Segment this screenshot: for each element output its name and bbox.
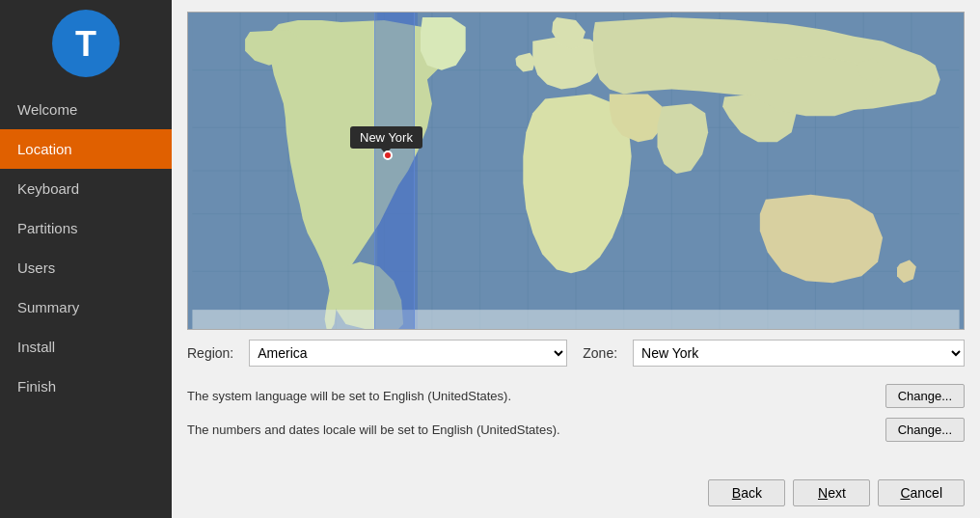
sidebar-item-users[interactable]: Users — [0, 248, 172, 287]
sidebar-item-install[interactable]: Install — [0, 327, 172, 367]
zone-label: Zone: — [583, 345, 617, 361]
map-container[interactable]: New York — [187, 12, 965, 330]
locale-change-button[interactable]: Change... — [885, 418, 965, 442]
sidebar-item-keyboard[interactable]: Keyboard — [0, 169, 172, 208]
timezone-band — [374, 13, 415, 329]
sidebar-item-finish[interactable]: Finish — [0, 367, 172, 406]
sidebar-logo: T — [52, 10, 120, 90]
next-underline-n: N — [818, 485, 828, 501]
svg-text:T: T — [75, 24, 96, 64]
region-zone-row: Region: AfricaAmericaAntarcticaArcticAsi… — [187, 340, 965, 367]
back-rest: ack — [741, 485, 762, 501]
info-section: The system language will be set to Engli… — [187, 384, 965, 470]
sidebar-nav: Welcome Location Keyboard Partitions Use… — [0, 90, 172, 406]
region-select[interactable]: AfricaAmericaAntarcticaArcticAsiaAtlanti… — [249, 340, 567, 367]
cancel-rest: ancel — [911, 485, 942, 501]
bottom-buttons: Back Next Cancel — [187, 470, 965, 506]
back-button[interactable]: Back — [708, 479, 785, 506]
language-info-row: The system language will be set to Engli… — [187, 384, 965, 408]
cancel-button[interactable]: Cancel — [878, 479, 965, 506]
svg-rect-24 — [192, 310, 959, 329]
sidebar-item-summary[interactable]: Summary — [0, 287, 172, 327]
language-change-button[interactable]: Change... — [885, 384, 965, 408]
zone-select[interactable]: New YorkLos AngelesChicagoDenverPhoenixA… — [633, 340, 965, 367]
cancel-underline-c: C — [900, 485, 910, 501]
next-rest: ext — [828, 485, 846, 501]
locale-info-row: The numbers and dates locale will be set… — [187, 418, 965, 442]
language-info-text: The system language will be set to Engli… — [187, 389, 511, 403]
locale-info-text: The numbers and dates locale will be set… — [187, 423, 560, 437]
sidebar: T Welcome Location Keyboard Partitions U… — [0, 0, 172, 518]
sidebar-item-welcome[interactable]: Welcome — [0, 90, 172, 129]
next-button[interactable]: Next — [793, 479, 870, 506]
back-underline-b: B — [732, 485, 741, 501]
location-dot — [383, 150, 393, 160]
sidebar-item-partitions[interactable]: Partitions — [0, 208, 172, 248]
main-content: New York Region: AfricaAmericaAntarctica… — [172, 0, 980, 518]
region-label: Region: — [187, 345, 233, 361]
map-tooltip: New York — [350, 126, 422, 149]
sidebar-item-location[interactable]: Location — [0, 129, 172, 169]
